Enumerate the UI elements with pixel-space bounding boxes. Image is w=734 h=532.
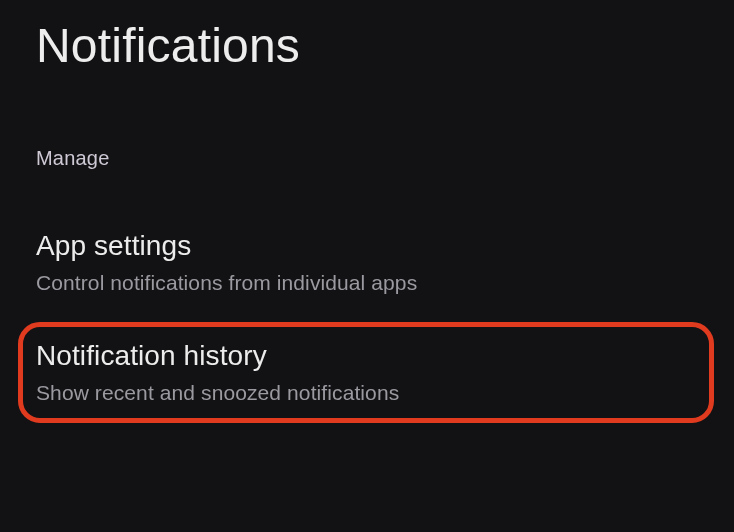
item-subtitle-app-settings: Control notifications from individual ap… — [36, 269, 698, 296]
settings-item-app-settings[interactable]: App settings Control notifications from … — [0, 228, 734, 296]
section-header-manage: Manage — [0, 73, 734, 170]
page-title: Notifications — [0, 0, 734, 73]
settings-item-notification-history[interactable]: Notification history Show recent and sno… — [0, 338, 734, 406]
item-title-notification-history: Notification history — [36, 338, 698, 373]
item-subtitle-notification-history: Show recent and snoozed notifications — [36, 379, 698, 406]
item-title-app-settings: App settings — [36, 228, 698, 263]
